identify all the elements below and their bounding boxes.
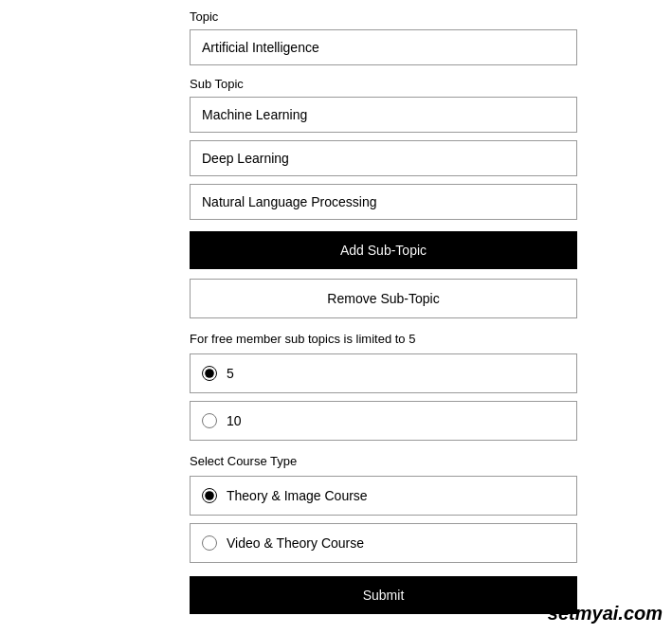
subtopic-input-2[interactable] bbox=[190, 184, 577, 220]
subtopic-row-1 bbox=[190, 140, 577, 176]
course-option-theory-image[interactable]: Theory & Image Course bbox=[190, 476, 577, 516]
limit-radio-5[interactable] bbox=[202, 366, 217, 381]
course-type-section: Select Course Type Theory & Image Course… bbox=[190, 454, 577, 563]
topic-input[interactable] bbox=[190, 29, 577, 65]
topic-label: Topic bbox=[190, 9, 577, 24]
form-container: Topic Sub Topic Add Sub-Topic Remove Sub… bbox=[0, 0, 672, 634]
course-type-label: Select Course Type bbox=[190, 454, 577, 468]
course-label-video-theory: Video & Theory Course bbox=[227, 535, 364, 551]
subtopic-row-0 bbox=[190, 97, 577, 133]
submit-button[interactable]: Submit bbox=[190, 576, 577, 614]
watermark: setmyai.com bbox=[548, 603, 663, 625]
limit-label-10: 10 bbox=[227, 413, 242, 428]
limit-option-5[interactable]: 5 bbox=[190, 353, 577, 393]
add-subtopic-button[interactable]: Add Sub-Topic bbox=[190, 231, 577, 269]
limit-option-10[interactable]: 10 bbox=[190, 401, 577, 441]
course-label-theory-image: Theory & Image Course bbox=[227, 488, 368, 503]
subtopic-row-2 bbox=[190, 184, 577, 220]
remove-subtopic-button[interactable]: Remove Sub-Topic bbox=[190, 279, 577, 318]
topic-group: Topic bbox=[190, 9, 577, 65]
subtopic-input-1[interactable] bbox=[190, 140, 577, 176]
limit-label-5: 5 bbox=[227, 366, 234, 381]
limit-section: For free member sub topics is limited to… bbox=[190, 332, 577, 441]
course-radio-video-theory[interactable] bbox=[202, 535, 217, 551]
limit-radio-10[interactable] bbox=[202, 413, 217, 428]
course-option-video-theory[interactable]: Video & Theory Course bbox=[190, 523, 577, 563]
subtopic-group: Sub Topic Add Sub-Topic Remove Sub-Topic bbox=[190, 77, 577, 318]
subtopic-label: Sub Topic bbox=[190, 77, 577, 91]
limit-label: For free member sub topics is limited to… bbox=[190, 332, 577, 346]
subtopic-input-0[interactable] bbox=[190, 97, 577, 133]
subtopic-inputs bbox=[190, 97, 577, 220]
course-radio-theory-image[interactable] bbox=[202, 488, 217, 503]
